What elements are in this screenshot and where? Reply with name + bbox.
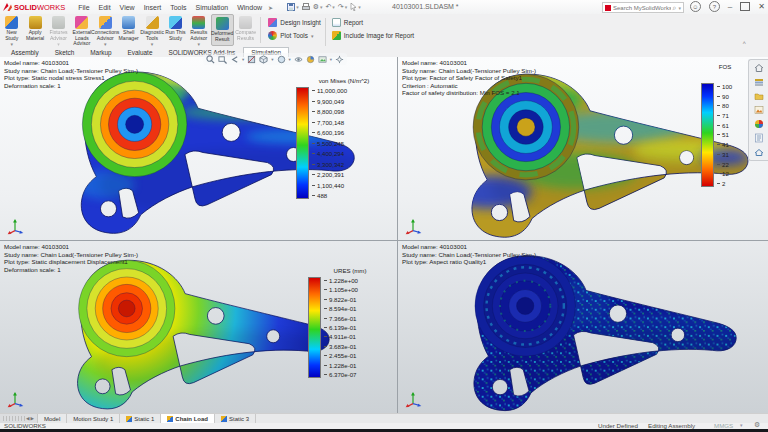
minimize-button[interactable]: –	[728, 2, 732, 11]
viewport-von-mises[interactable]: Model name: 40103001Study name: Chain Lo…	[0, 57, 397, 240]
view-orientation-icon[interactable]	[259, 55, 268, 64]
view-palette-icon[interactable]	[754, 105, 764, 115]
legend-tl: von Mises (N/m^2)11,000,0009,900,0498,80…	[296, 77, 392, 199]
legend-value-row: 4,400,294	[312, 150, 347, 157]
search-box[interactable]: ⌕ ▾	[602, 2, 684, 13]
section-view-icon[interactable]	[247, 55, 256, 64]
tab-assembly[interactable]: Assembly	[3, 47, 47, 57]
tool-button-plot-tools[interactable]: Plot Tools▾	[268, 31, 321, 40]
legend-tick	[312, 90, 315, 91]
ribbon-button-apply-material[interactable]: Apply Material	[23, 14, 46, 46]
ribbon-button-results-advisor[interactable]: Results Advisor▾	[187, 14, 210, 46]
status-tag-icon[interactable]: ⚙	[754, 421, 760, 429]
user-icon[interactable]: ☺	[690, 1, 701, 12]
zoom-area-icon[interactable]	[218, 55, 227, 64]
redo-button[interactable]: ↷▾	[338, 3, 347, 11]
viewport-splitter-horizontal[interactable]	[0, 240, 768, 241]
graphics-area[interactable]: Model name: 40103001Study name: Chain Lo…	[0, 57, 768, 413]
ribbon-button-run-this-study[interactable]: Run This Study	[164, 14, 187, 46]
menu-window[interactable]: Window	[237, 4, 262, 11]
tab-scroll-left-icon[interactable]: ◀	[26, 416, 29, 421]
legend-values: 11,000,0009,900,0498,800,0987,700,1486,6…	[312, 87, 347, 199]
dropdown-arrow-icon[interactable]: ▾	[311, 34, 314, 39]
save-button[interactable]: ▾	[287, 3, 299, 11]
legend-value: 9,900,049	[317, 98, 344, 105]
menu-file[interactable]: File	[78, 4, 89, 11]
result-model-br[interactable]	[428, 246, 748, 413]
viewport-splitter-vertical[interactable]	[397, 57, 398, 413]
ribbon-button-diagnostic-tools[interactable]: Diagnostic Tools▾	[140, 14, 163, 46]
study-tab-chain-load[interactable]: Chain Load	[161, 414, 215, 423]
menu-view[interactable]: View	[120, 4, 135, 11]
help-icon[interactable]: ?	[709, 1, 720, 12]
restore-button[interactable]	[740, 2, 750, 11]
study-tab-motion-study-1[interactable]: Motion Study 1	[67, 414, 120, 423]
solidworks-badge-icon	[605, 5, 611, 11]
info-line: Study name: Chain Load(-Tensioner Pulley…	[4, 251, 138, 259]
result-model-bl[interactable]	[34, 251, 340, 413]
dropdown-arrow-icon[interactable]: ▾	[289, 57, 291, 62]
ribbon-button-new-study[interactable]: New Study▾	[0, 14, 23, 46]
tab-markup[interactable]: Markup	[82, 47, 119, 57]
tab-scroll-right-icon[interactable]: ▶	[30, 416, 33, 421]
status-units[interactable]: MMGS	[714, 422, 733, 429]
legend-value-row: 9,900,049	[312, 98, 347, 105]
search-dropdown-icon[interactable]: ▾	[678, 5, 681, 11]
view-settings-icon[interactable]	[335, 55, 344, 64]
previous-view-icon[interactable]	[230, 55, 239, 64]
info-line: Deformation scale: 1	[4, 266, 138, 274]
legend-tick	[717, 86, 720, 87]
menu-insert[interactable]: Insert	[144, 4, 162, 11]
custom-properties-icon[interactable]	[754, 133, 764, 143]
tab-splitter-grip[interactable]	[3, 416, 25, 421]
menu-edit[interactable]: Edit	[99, 4, 111, 11]
units-dropdown-icon[interactable]: ▾	[740, 422, 743, 428]
menu-tools[interactable]: Tools	[170, 4, 186, 11]
home-icon[interactable]	[754, 63, 764, 73]
close-button[interactable]: ✕	[758, 2, 765, 11]
ribbon-button-deformed-result[interactable]: Deformed Result	[211, 14, 234, 46]
hide-show-items-icon[interactable]	[294, 55, 303, 64]
dropdown-arrow-icon[interactable]: ▾	[330, 57, 332, 62]
file-explorer-icon[interactable]	[754, 91, 764, 101]
tab-evaluate[interactable]: Evaluate	[120, 47, 161, 57]
viewport-fos[interactable]: Model name: 40103001Study name: Chain Lo…	[398, 57, 768, 240]
legend-value: 2	[722, 180, 725, 187]
tab-sketch[interactable]: Sketch	[47, 47, 83, 57]
legend-value-row: 22	[717, 161, 732, 168]
apply-scene-icon[interactable]	[318, 55, 327, 64]
display-style-icon[interactable]	[277, 55, 286, 64]
tool-button-report[interactable]: Report	[332, 18, 414, 27]
design-library-icon[interactable]	[754, 77, 764, 87]
ribbon-button-external-loads-advisor[interactable]: External Loads Advisor▾	[70, 14, 93, 46]
tool-button-design-insight[interactable]: Design Insight	[268, 18, 321, 27]
undo-button[interactable]: ↶▾	[325, 3, 334, 11]
study-tab-static-3[interactable]: Static 3	[215, 414, 256, 423]
search-icon[interactable]: ⌕	[673, 4, 677, 12]
appearances-icon[interactable]	[754, 119, 764, 129]
dropdown-arrow-icon[interactable]: ▾	[242, 57, 244, 62]
legend-value: 8,800,098	[317, 108, 344, 115]
legend-value: 31	[722, 151, 729, 158]
options-button[interactable]: ⚙▾	[313, 3, 323, 11]
select-button[interactable]: ▾	[350, 3, 361, 11]
legend-color-bar	[296, 87, 309, 199]
tool-button-include-image-for-report[interactable]: Include Image for Report	[332, 31, 414, 40]
print-button[interactable]	[302, 3, 310, 11]
dropdown-arrow-icon[interactable]: ▾	[271, 57, 273, 62]
viewport-displacement[interactable]: Model name: 40103001Study name: Chain Lo…	[0, 241, 397, 413]
pin-icon[interactable]: ➤	[268, 4, 273, 11]
zoom-fit-icon[interactable]	[206, 55, 215, 64]
forum-icon[interactable]	[754, 147, 764, 157]
ribbon-button-connections-advisor[interactable]: Connections Advisor▾	[94, 14, 117, 46]
simulation-ribbon-group: New Study▾Apply MaterialFixtures Advisor…	[0, 14, 257, 46]
edit-appearance-icon[interactable]	[306, 55, 315, 64]
menu-simulation[interactable]: Simulation	[196, 4, 229, 11]
ribbon-button-shell-manager[interactable]: Shell Manager	[117, 14, 140, 46]
legend-value: 22	[722, 161, 729, 168]
study-tab-static-1[interactable]: Static 1	[120, 414, 161, 423]
legend-value-row: 1.105e+00	[324, 286, 358, 293]
viewport-quality[interactable]: Model name: 40103001Study name: Chain Lo…	[398, 241, 768, 413]
print-icon	[302, 3, 310, 11]
search-input[interactable]	[613, 5, 671, 11]
